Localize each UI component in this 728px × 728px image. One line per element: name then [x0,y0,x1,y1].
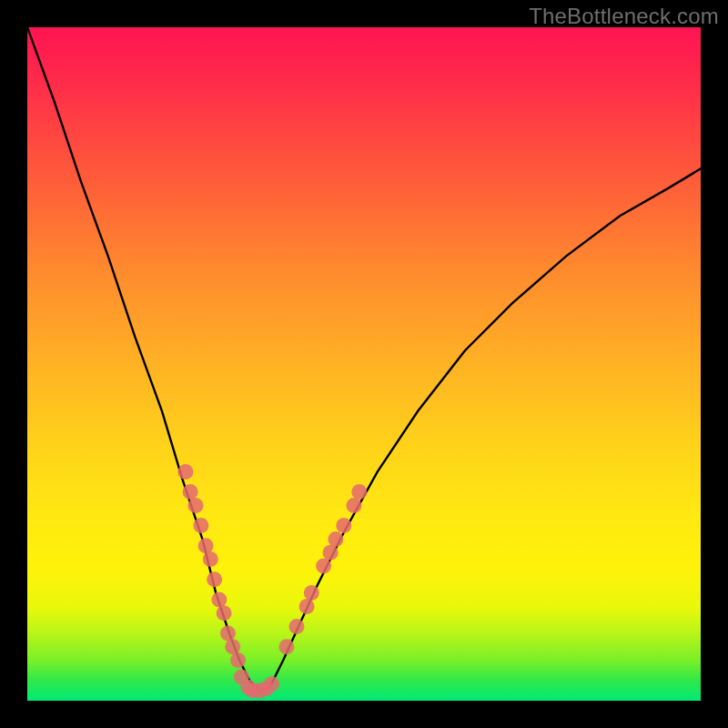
right-dots-point [278,639,294,654]
plot-area [27,27,701,701]
chart-frame: TheBottleneck.com [0,0,728,728]
left-dots-point [207,571,222,587]
left-dots-point [230,652,246,668]
left-dots-point [183,484,198,500]
right-dots-point [328,531,343,547]
left-dots-point [188,498,204,513]
bottom-dots-point [264,676,279,692]
right-dots-point [351,484,367,500]
left-dots-point [193,518,208,533]
marker-dots [177,464,367,699]
watermark-text: TheBottleneck.com [529,4,719,29]
right-dots-point [289,619,305,634]
left-dots-point [217,605,232,621]
right-dots-point [336,518,351,533]
right-dots-point [346,498,361,513]
left-dots-point [198,538,214,553]
right-dots-point [323,545,339,561]
right-dots-point [299,599,315,614]
left-dots-point [220,626,236,642]
right-dots-point [304,585,319,601]
left-dots-point [177,464,193,480]
left-dots-point [211,592,227,608]
chart-svg [27,27,701,701]
left-dots-point [203,551,218,567]
left-dots-point [225,639,240,654]
curve-line [27,27,701,691]
right-dots-point [316,559,331,574]
